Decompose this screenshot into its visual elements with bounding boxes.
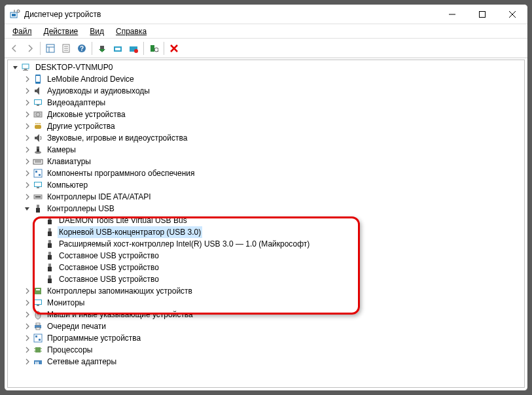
- update-driver-button[interactable]: [95, 41, 109, 56]
- close-button[interactable]: [497, 5, 527, 24]
- menu-action[interactable]: Действие: [39, 26, 84, 37]
- tree-item-label: Программные устройства: [46, 332, 142, 344]
- remove-button[interactable]: [167, 41, 181, 56]
- tree-category[interactable]: Дисковые устройства: [8, 109, 524, 120]
- svg-text:?: ?: [80, 45, 84, 52]
- device-icon: [33, 321, 43, 332]
- expand-arrow-icon[interactable]: [24, 75, 31, 83]
- tree-category[interactable]: Видеоадаптеры: [8, 97, 524, 109]
- expand-arrow-icon[interactable]: [24, 193, 31, 201]
- menu-view[interactable]: Вид: [84, 26, 109, 37]
- show-all-button[interactable]: [43, 41, 58, 56]
- device-icon: [33, 97, 43, 108]
- tree-item-label: Компьютер: [46, 179, 89, 191]
- menu-help[interactable]: Справка: [111, 26, 152, 37]
- scan-hardware-button[interactable]: [147, 41, 161, 56]
- tree-item-label: DAEMON Tools Lite Virtual USB Bus: [58, 215, 188, 226]
- svg-point-40: [39, 123, 41, 124]
- tree-category-usb[interactable]: Контроллеры USB: [8, 203, 524, 215]
- tree-item-label: DESKTOP-VTNMUP0: [34, 61, 114, 73]
- tree-item-usb[interactable]: Составное USB устройство: [8, 250, 524, 262]
- device-tree-panel[interactable]: DESKTOP-VTNMUP0LeMobile Android DeviceАу…: [7, 60, 525, 388]
- tree-category[interactable]: Мыши и иные указывающие устройства: [8, 309, 524, 320]
- expand-arrow-icon[interactable]: [24, 205, 31, 213]
- expand-arrow-icon[interactable]: [24, 299, 31, 307]
- expand-arrow-icon[interactable]: [24, 181, 31, 189]
- maximize-button[interactable]: [467, 5, 497, 24]
- tree-item-label: Составное USB устройство: [58, 262, 160, 273]
- tree-category[interactable]: Контроллеры запоминающих устройств: [8, 285, 524, 297]
- expand-arrow-icon[interactable]: [24, 122, 31, 130]
- svg-rect-78: [36, 328, 40, 330]
- tree-category[interactable]: Контроллеры IDE ATA/ATAPI: [8, 191, 524, 203]
- svg-rect-73: [37, 305, 39, 306]
- device-icon: [33, 109, 43, 120]
- svg-rect-59: [48, 228, 51, 232]
- tree-item-label: Сетевые адаптеры: [46, 356, 118, 368]
- device-icon: [33, 345, 43, 355]
- tree-category[interactable]: Камеры: [8, 144, 524, 156]
- svg-rect-61: [48, 240, 51, 243]
- tree-category[interactable]: Звуковые, игровые и видеоустройства: [8, 132, 524, 144]
- expand-arrow-icon[interactable]: [24, 169, 31, 177]
- svg-rect-77: [36, 323, 40, 325]
- tree-item-usb[interactable]: Составное USB устройство: [8, 262, 524, 273]
- disable-button[interactable]: [126, 41, 141, 56]
- tree-item-label: LeMobile Android Device: [46, 73, 135, 85]
- expand-arrow-icon[interactable]: [24, 346, 31, 354]
- device-icon: [44, 274, 55, 284]
- svg-rect-60: [48, 232, 52, 236]
- uninstall-button[interactable]: [111, 41, 125, 56]
- svg-rect-55: [37, 205, 39, 208]
- titlebar[interactable]: Диспетчер устройств: [5, 5, 527, 24]
- tree-category[interactable]: Другие устройства: [8, 120, 524, 132]
- tree-item-label: Мыши и иные указывающие устройства: [46, 309, 194, 320]
- expand-arrow-icon[interactable]: [24, 322, 31, 330]
- tree-item-usb[interactable]: Расширяемый хост-контроллер Intel(R) USB…: [8, 238, 524, 250]
- expand-arrow-icon[interactable]: [24, 87, 31, 95]
- tree-category[interactable]: Процессоры: [8, 344, 524, 356]
- svg-rect-51: [35, 182, 41, 186]
- svg-rect-62: [48, 243, 52, 248]
- tree-item-usb[interactable]: Составное USB устройство: [8, 273, 524, 285]
- expand-arrow-icon[interactable]: [24, 134, 31, 142]
- tree-item-label: Контроллеры запоминающих устройств: [46, 285, 194, 297]
- expand-arrow-icon[interactable]: [24, 146, 31, 154]
- tree-category[interactable]: LeMobile Android Device: [8, 73, 524, 85]
- svg-rect-22: [151, 45, 154, 52]
- expand-arrow-icon[interactable]: [24, 111, 31, 118]
- tree-category[interactable]: Клавиатуры: [8, 156, 524, 167]
- properties-button[interactable]: [59, 41, 73, 56]
- tree-category[interactable]: Программные устройства: [8, 332, 524, 344]
- expand-arrow-icon[interactable]: [24, 158, 31, 165]
- tree-item-label: Аудиовходы и аудиовыходы: [46, 85, 151, 97]
- tree-category[interactable]: Компоненты программного обеспечения: [8, 167, 524, 179]
- tree-category[interactable]: Компьютер: [8, 179, 524, 191]
- menu-file[interactable]: Файл: [7, 26, 37, 37]
- expand-arrow-icon[interactable]: [24, 334, 31, 342]
- tree-category[interactable]: Аудиовходы и аудиовыходы: [8, 85, 524, 97]
- svg-rect-89: [37, 362, 39, 364]
- tree-item-label: Мониторы: [46, 297, 86, 309]
- expand-arrow-icon[interactable]: [24, 358, 31, 366]
- svg-rect-8: [46, 44, 54, 52]
- menubar: Файл Действие Вид Справка: [5, 24, 527, 39]
- tree-item-label: Очереди печати: [46, 320, 107, 332]
- svg-rect-80: [35, 335, 37, 337]
- tree-category[interactable]: Сетевые адаптеры: [8, 356, 524, 368]
- device-manager-window: Диспетчер устройств Файл Действие Вид Сп…: [4, 4, 528, 391]
- svg-point-43: [37, 146, 39, 149]
- expand-arrow-icon[interactable]: [24, 99, 31, 107]
- expand-arrow-icon[interactable]: [24, 311, 31, 318]
- tree-item-usb[interactable]: Корневой USB-концентратор (USB 3.0): [8, 226, 524, 238]
- tree-category[interactable]: Мониторы: [8, 297, 524, 309]
- help-button[interactable]: ?: [75, 41, 89, 56]
- tree-category[interactable]: Очереди печати: [8, 320, 524, 332]
- tree-root[interactable]: DESKTOP-VTNMUP0: [8, 61, 524, 73]
- tree-item-usb[interactable]: DAEMON Tools Lite Virtual USB Bus: [8, 215, 524, 226]
- minimize-button[interactable]: [437, 5, 467, 24]
- tree-item-label: Контроллеры IDE ATA/ATAPI: [46, 191, 152, 203]
- device-icon: [21, 62, 31, 73]
- expand-arrow-icon[interactable]: [24, 287, 31, 295]
- expand-arrow-icon[interactable]: [12, 63, 20, 71]
